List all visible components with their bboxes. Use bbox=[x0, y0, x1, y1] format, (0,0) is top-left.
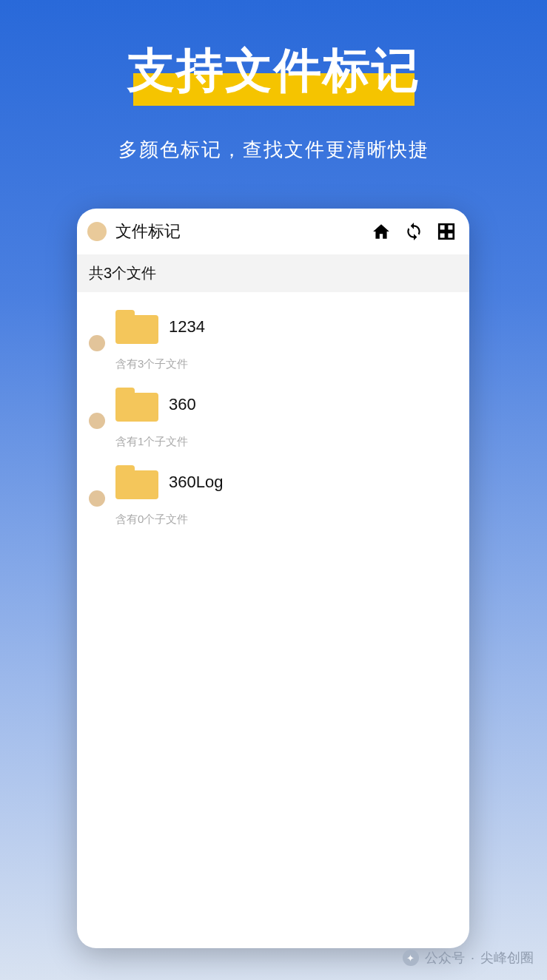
wechat-icon: ✦ bbox=[403, 950, 419, 966]
topbar-title: 文件标记 bbox=[115, 220, 363, 243]
watermark-name: 尖峰创圈 bbox=[480, 949, 534, 967]
folder-subtext: 含有3个子文件 bbox=[115, 357, 457, 371]
color-mark-dot[interactable] bbox=[89, 335, 105, 351]
hero-title-text: 支持文件标记 bbox=[127, 44, 420, 97]
home-icon bbox=[372, 222, 391, 241]
topbar: 文件标记 bbox=[77, 209, 469, 254]
list-item[interactable]: 360Log 含有0个子文件 bbox=[77, 455, 469, 533]
folder-icon bbox=[115, 310, 158, 344]
folder-icon bbox=[115, 465, 158, 499]
grid-icon bbox=[437, 222, 456, 241]
grid-view-button[interactable] bbox=[437, 222, 456, 241]
hero-subtitle: 多颜色标记，查找文件更清晰快捷 bbox=[0, 137, 547, 163]
watermark-label: 公众号 bbox=[425, 949, 465, 967]
topbar-actions bbox=[372, 222, 456, 241]
color-mark-dot[interactable] bbox=[89, 413, 105, 429]
hero-title: 支持文件标记 bbox=[0, 38, 547, 103]
list-item[interactable]: 1234 含有3个子文件 bbox=[77, 300, 469, 377]
folder-name: 360 bbox=[169, 395, 196, 414]
folder-subtext: 含有1个子文件 bbox=[115, 435, 457, 449]
watermark-sep: · bbox=[471, 950, 474, 966]
folder-name: 1234 bbox=[169, 317, 205, 337]
file-list: 1234 含有3个子文件 360 含有1个子文件 360Log bbox=[77, 292, 469, 540]
folder-icon bbox=[115, 388, 158, 422]
list-item[interactable]: 360 含有1个子文件 bbox=[77, 377, 469, 455]
file-count-summary: 共3个文件 bbox=[77, 254, 469, 292]
color-mark-dot[interactable] bbox=[89, 490, 105, 507]
folder-name: 360Log bbox=[169, 473, 223, 492]
app-card: 文件标记 共3个文件 1234 含有3个子文件 bbox=[77, 209, 469, 948]
refresh-button[interactable] bbox=[404, 222, 423, 241]
home-button[interactable] bbox=[372, 222, 391, 241]
refresh-icon bbox=[404, 222, 423, 241]
folder-subtext: 含有0个子文件 bbox=[115, 513, 457, 527]
topbar-color-dot[interactable] bbox=[87, 222, 107, 241]
watermark: ✦ 公众号 · 尖峰创圈 bbox=[403, 949, 534, 967]
